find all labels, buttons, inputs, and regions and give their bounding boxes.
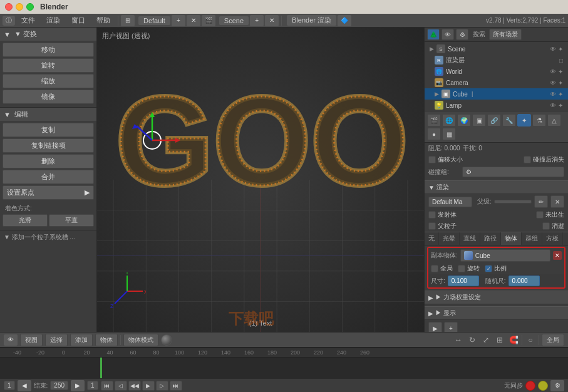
duplicate-linked-btn[interactable]: 复制链接项 bbox=[3, 138, 94, 153]
layout-icon[interactable]: ⊞ bbox=[121, 15, 135, 26]
tl-right-icon[interactable]: ▶ bbox=[71, 380, 85, 391]
add-workspace-btn[interactable]: + bbox=[172, 15, 185, 26]
frame-end-btn[interactable]: 250 bbox=[50, 381, 68, 390]
sub-obj-field[interactable]: Cube bbox=[460, 249, 550, 262]
move-btn[interactable]: 移动 bbox=[3, 43, 94, 57]
world-props-btn[interactable]: 🌍 bbox=[457, 114, 471, 126]
play-btn[interactable]: ▶ bbox=[142, 381, 155, 391]
shade-flat-btn[interactable]: 平直 bbox=[49, 214, 94, 227]
sub-obj-clear-btn[interactable]: ✕ bbox=[553, 251, 562, 260]
scene-item-cube[interactable]: ▶ ▣ Cube | 👁 ✦ bbox=[425, 88, 568, 100]
tab-none[interactable]: 无 bbox=[425, 232, 439, 245]
go-end-btn[interactable]: ⏭ bbox=[170, 381, 182, 391]
close-scene-btn[interactable]: ✕ bbox=[265, 15, 279, 26]
rotate-btn[interactable]: 旋转 bbox=[3, 58, 94, 73]
prev-frame-btn[interactable]: ◁ bbox=[115, 381, 127, 391]
add-btn[interactable]: 添加 bbox=[70, 334, 93, 346]
rotate-icon[interactable]: ↻ bbox=[467, 334, 478, 346]
proportional-icon[interactable]: ○ bbox=[525, 334, 536, 346]
info-icon[interactable]: ⓘ bbox=[3, 16, 15, 26]
render-engine[interactable]: Blender 渲染 bbox=[287, 15, 336, 26]
viewport-sphere[interactable] bbox=[161, 334, 172, 346]
frame-start-btn[interactable]: 1 bbox=[4, 381, 15, 390]
scene-props-btn[interactable]: 🌐 bbox=[442, 114, 456, 126]
tab-halo[interactable]: 光晕 bbox=[439, 232, 460, 245]
shade-smooth-btn[interactable]: 光滑 bbox=[3, 214, 48, 227]
scale-icon[interactable]: ⤢ bbox=[480, 334, 492, 346]
transform-header[interactable]: ▼ ▼ 变换 bbox=[0, 28, 96, 41]
rotation-chk[interactable] bbox=[458, 265, 465, 272]
view-btn[interactable]: 视图 bbox=[20, 334, 43, 346]
menu-render[interactable]: 渲染 bbox=[41, 14, 65, 26]
rand-field[interactable]: 0.000 bbox=[509, 276, 540, 286]
play-icon[interactable]: ▶ bbox=[428, 322, 442, 332]
frame-current-btn[interactable]: 1 bbox=[87, 381, 98, 390]
menu-file[interactable]: 文件 bbox=[16, 14, 40, 26]
scene-tree-btn[interactable]: 🌲 bbox=[427, 29, 440, 40]
plus-icon[interactable]: + bbox=[444, 322, 458, 332]
move-icon[interactable]: ↔ bbox=[453, 334, 464, 346]
emit-chk[interactable] bbox=[428, 211, 436, 219]
emit-checkbox[interactable] bbox=[428, 156, 436, 163]
scene-view-btn[interactable]: 👁 bbox=[441, 29, 454, 40]
scene-item-lamp[interactable]: 💡 Lamp 👁 ✦ bbox=[425, 100, 568, 111]
object-btn[interactable]: 物体 bbox=[95, 334, 118, 346]
fullscreen-btn[interactable]: 全局 bbox=[542, 334, 564, 346]
menu-help[interactable]: 帮助 bbox=[91, 14, 115, 26]
material-props-btn[interactable]: ● bbox=[427, 128, 441, 140]
transform-icon[interactable]: ⊞ bbox=[494, 334, 505, 346]
parent-edit-btn[interactable]: ✏ bbox=[534, 195, 548, 208]
modifier-props-btn[interactable]: 🔧 bbox=[502, 114, 516, 126]
tab-billboard[interactable]: 方板 bbox=[542, 232, 563, 245]
menu-window[interactable]: 窗口 bbox=[66, 14, 90, 26]
scene-item-world[interactable]: 🌐 World 👁 ✦ bbox=[425, 66, 568, 77]
scale-chk[interactable]: ✓ bbox=[485, 265, 492, 272]
minimize-button[interactable] bbox=[16, 3, 23, 11]
collide-die-checkbox[interactable] bbox=[524, 156, 531, 163]
delete-btn[interactable]: 删除 bbox=[3, 154, 94, 168]
not-born-chk[interactable] bbox=[536, 211, 544, 219]
scene-icon[interactable]: 🎬 bbox=[202, 15, 215, 26]
render-section[interactable]: ▼ 渲染 bbox=[425, 180, 568, 194]
edit-header[interactable]: ▼ 编辑 bbox=[0, 108, 96, 121]
tab-path[interactable]: 路径 bbox=[480, 232, 501, 245]
viewport-canvas[interactable]: GOOD GOOD GOOD X Y bbox=[97, 28, 424, 332]
collision-value[interactable]: ⚙ bbox=[462, 167, 564, 177]
display-section[interactable]: ▶ ▶ 显示 bbox=[425, 306, 568, 320]
global-chk[interactable] bbox=[431, 265, 438, 272]
close-workspace-btn[interactable]: ✕ bbox=[187, 15, 200, 26]
particle-props-btn[interactable]: ✦ bbox=[517, 114, 531, 126]
scene-filter-btn[interactable]: ⚙ bbox=[456, 29, 468, 40]
select-btn[interactable]: 选择 bbox=[45, 334, 68, 346]
data-props-btn[interactable]: △ bbox=[547, 114, 561, 126]
join-btn[interactable]: 合并 bbox=[3, 170, 94, 184]
viewport[interactable]: 用户视图 (透视) bbox=[97, 28, 424, 332]
child-chk[interactable] bbox=[428, 222, 436, 230]
set-origin-btn[interactable]: 设置原点 ▶ bbox=[3, 185, 94, 200]
object-props-btn[interactable]: ▣ bbox=[472, 114, 486, 126]
playhead[interactable] bbox=[100, 358, 102, 378]
mode-btn[interactable]: 物体模式 bbox=[123, 334, 158, 346]
timeline-track[interactable] bbox=[0, 358, 568, 378]
scene-item-root[interactable]: ▶ S Scene 👁 ✦ bbox=[425, 43, 568, 54]
add-particle-section[interactable]: ▼ 添加一个粒子系统槽 ... bbox=[0, 230, 96, 244]
texture-props-btn[interactable]: ▦ bbox=[442, 128, 456, 140]
parent-value[interactable] bbox=[494, 200, 532, 204]
workspace-selector[interactable]: Default bbox=[138, 16, 170, 25]
tab-object[interactable]: 物体 bbox=[501, 232, 522, 245]
snap-icon[interactable]: 🧲 bbox=[508, 334, 519, 346]
tab-group[interactable]: 群组 bbox=[522, 232, 542, 245]
force-section[interactable]: ▶ ▶ 力场权重设定 bbox=[425, 291, 568, 304]
tab-line[interactable]: 直线 bbox=[460, 232, 480, 245]
maximize-button[interactable] bbox=[26, 3, 34, 11]
view-icon-btn[interactable]: 👁 bbox=[4, 334, 18, 346]
duplicate-btn[interactable]: 复制 bbox=[3, 123, 94, 137]
keyframe-btn[interactable] bbox=[538, 381, 548, 391]
all-scenes[interactable]: 所有场景 bbox=[489, 29, 522, 40]
record-btn[interactable] bbox=[525, 381, 535, 391]
add-scene-btn[interactable]: + bbox=[250, 15, 264, 26]
mirror-btn[interactable]: 镜像 bbox=[3, 90, 94, 104]
scale-btn[interactable]: 缩放 bbox=[3, 74, 94, 88]
close-button[interactable] bbox=[5, 3, 13, 11]
constraint-props-btn[interactable]: 🔗 bbox=[487, 114, 501, 126]
